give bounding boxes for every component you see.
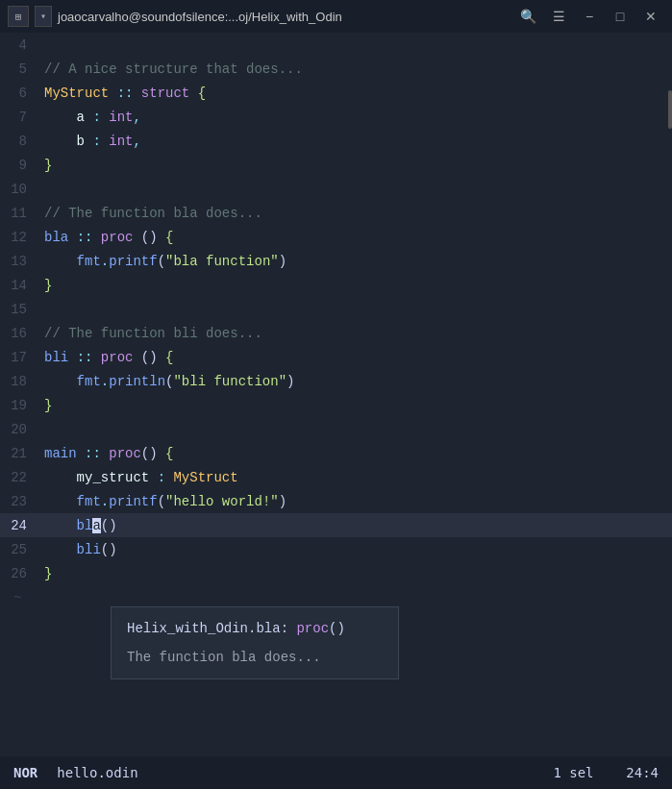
- line-content: bli :: proc () {: [40, 350, 672, 365]
- table-row: 13 fmt.printf("bla function"): [0, 249, 672, 273]
- line-content: MyStruct :: struct {: [40, 86, 672, 101]
- line-content: b : int,: [40, 134, 672, 149]
- line-number: 19: [0, 398, 40, 413]
- table-row: 19 }: [0, 393, 672, 417]
- line-content: fmt.printf("bla function"): [40, 254, 672, 269]
- table-row: 11 // The function bla does...: [0, 201, 672, 225]
- status-right: 1 sel 24:4: [553, 765, 659, 780]
- cursor-position: 24:4: [626, 765, 659, 780]
- table-row: 16 // The function bli does...: [0, 321, 672, 345]
- table-row: 7 a : int,: [0, 105, 672, 129]
- line-number: 17: [0, 350, 40, 365]
- line-number: 16: [0, 326, 40, 341]
- line-number: 18: [0, 374, 40, 389]
- table-row: 18 fmt.println("bli function"): [0, 369, 672, 393]
- line-content: bla :: proc () {: [40, 230, 672, 245]
- title-bar: ⊞ ▾ joaocarvalho@soundofsilence:...oj/He…: [0, 0, 672, 33]
- minimize-button[interactable]: −: [576, 6, 603, 27]
- table-row: 24 bla(): [0, 513, 672, 537]
- line-content: }: [40, 278, 672, 293]
- tooltip-popup: Helix_with_Odin.bla: proc() The function…: [111, 606, 399, 679]
- window-icon[interactable]: ⊞: [8, 6, 29, 27]
- table-row: 8 b : int,: [0, 129, 672, 153]
- line-content: main :: proc() {: [40, 446, 672, 461]
- line-number: 26: [0, 566, 40, 581]
- window-title: joaocarvalho@soundofsilence:...oj/Helix_…: [58, 10, 342, 24]
- title-bar-left: ⊞ ▾ joaocarvalho@soundofsilence:...oj/He…: [8, 6, 342, 27]
- table-row: 17 bli :: proc () {: [0, 345, 672, 369]
- maximize-button[interactable]: □: [607, 6, 634, 27]
- table-row: 4: [0, 33, 672, 57]
- tooltip-doc: The function bla does...: [127, 650, 383, 665]
- line-number: 5: [0, 62, 40, 77]
- line-content: }: [40, 398, 672, 413]
- search-button[interactable]: 🔍: [514, 6, 541, 27]
- table-row: 15: [0, 297, 672, 321]
- scrollbar[interactable]: [666, 33, 672, 756]
- line-content: my_struct : MyStruct: [40, 470, 672, 485]
- table-row: 26 }: [0, 561, 672, 585]
- table-row: 21 main :: proc() {: [0, 441, 672, 465]
- filename: hello.odin: [57, 765, 137, 780]
- line-number: 24: [0, 518, 40, 533]
- line-content: a : int,: [40, 110, 672, 125]
- tooltip-prefix: Helix_with_Odin.bla:: [127, 621, 296, 636]
- line-number: 6: [0, 86, 40, 101]
- table-row: 5 // A nice structure that does...: [0, 57, 672, 81]
- line-number: 20: [0, 422, 40, 437]
- table-row: 14 }: [0, 273, 672, 297]
- line-number: 23: [0, 494, 40, 509]
- line-content: }: [40, 566, 672, 581]
- line-number: 14: [0, 278, 40, 293]
- table-row: 10: [0, 177, 672, 201]
- table-row: 20: [0, 417, 672, 441]
- line-number: 15: [0, 302, 40, 317]
- table-row: 25 bli(): [0, 537, 672, 561]
- line-number: 10: [0, 182, 40, 197]
- line-number: 7: [0, 110, 40, 125]
- line-number: 22: [0, 470, 40, 485]
- line-number: 9: [0, 158, 40, 173]
- status-left: NOR hello.odin: [13, 765, 138, 780]
- line-content: bla(): [40, 518, 672, 533]
- line-number: 13: [0, 254, 40, 269]
- close-button[interactable]: ✕: [637, 6, 664, 27]
- table-row: 23 fmt.printf("hello world!"): [0, 489, 672, 513]
- editor-mode: NOR: [13, 765, 37, 780]
- line-content: // The function bla does...: [40, 206, 672, 221]
- table-row: 6 MyStruct :: struct {: [0, 81, 672, 105]
- menu-button[interactable]: ☰: [545, 6, 572, 27]
- tooltip-signature: Helix_with_Odin.bla: proc(): [127, 621, 383, 636]
- line-content: bli(): [40, 542, 672, 557]
- editor: 4 5 // A nice structure that does... 6 M…: [0, 33, 672, 756]
- line-number: 12: [0, 230, 40, 245]
- line-number: 4: [0, 37, 40, 53]
- selection-count: 1 sel: [553, 765, 593, 780]
- dropdown-icon[interactable]: ▾: [35, 6, 52, 27]
- scrollbar-thumb[interactable]: [668, 90, 672, 129]
- line-content: fmt.println("bli function"): [40, 374, 672, 389]
- line-content: // A nice structure that does...: [40, 62, 672, 77]
- tooltip-keyword: proc: [296, 621, 329, 636]
- table-row: 12 bla :: proc () {: [0, 225, 672, 249]
- line-content: // The function bli does...: [40, 326, 672, 341]
- table-row: 9 }: [0, 153, 672, 177]
- line-number: 21: [0, 446, 40, 461]
- status-bar: NOR hello.odin 1 sel 24:4: [0, 756, 672, 789]
- line-number: 25: [0, 542, 40, 557]
- table-row: 22 my_struct : MyStruct: [0, 465, 672, 489]
- title-bar-right: 🔍 ☰ − □ ✕: [514, 6, 664, 27]
- line-number: 8: [0, 134, 40, 149]
- line-content: fmt.printf("hello world!"): [40, 494, 672, 509]
- line-number: 11: [0, 206, 40, 221]
- line-content: }: [40, 158, 672, 173]
- tooltip-suffix: (): [329, 621, 345, 636]
